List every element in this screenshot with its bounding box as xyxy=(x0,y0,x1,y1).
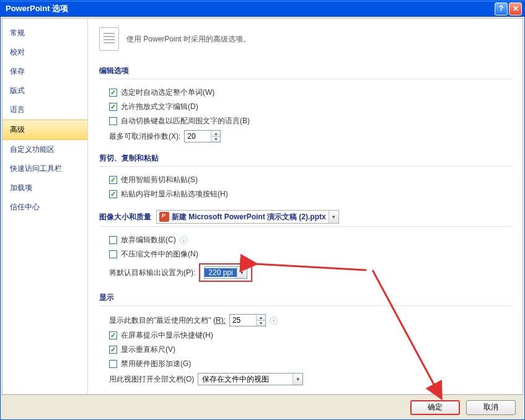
dropdown-target-file[interactable]: 新建 Microsoft PowerPoint 演示文稿 (2).pptx ▼ xyxy=(156,210,339,224)
dropdown-open-view-value: 保存在文件中的视图 xyxy=(198,374,293,385)
checkbox-disable-hw[interactable] xyxy=(109,360,117,368)
checkbox-no-compress[interactable] xyxy=(109,250,117,258)
sidebar-item-trust-center[interactable]: 信任中心 xyxy=(2,198,87,217)
section-display-title: 显示 xyxy=(99,289,511,306)
label-recent-docs: 显示此数目的"最近使用的文档" (R): xyxy=(109,315,226,326)
label-open-view: 用此视图打开全部文档(O) xyxy=(109,374,194,385)
sidebar: 常规 校对 保存 版式 语言 高级 自定义功能区 快速访问工具栏 加载项 信任中… xyxy=(2,19,88,394)
spinner-up-icon[interactable]: ▲ xyxy=(211,131,220,137)
checkbox-drag-drop[interactable] xyxy=(109,103,117,111)
section-edit-title: 编辑选项 xyxy=(99,62,511,79)
spinner-recent-docs[interactable]: ▲▼ xyxy=(229,314,266,326)
label-select-word: 选定时自动选定整个单词(W) xyxy=(121,87,214,98)
checkbox-vertical-ruler[interactable] xyxy=(109,346,117,354)
checkbox-paste-options[interactable] xyxy=(109,190,117,198)
checkbox-auto-keyboard[interactable] xyxy=(109,117,117,125)
dropdown-ppi-value: 220 ppi xyxy=(205,268,236,277)
chevron-down-icon[interactable]: ▼ xyxy=(237,267,247,278)
dropdown-open-view[interactable]: 保存在文件中的视图 ▼ xyxy=(198,373,303,385)
sidebar-item-quick-access[interactable]: 快速访问工具栏 xyxy=(2,159,87,178)
checkbox-select-word[interactable] xyxy=(109,89,117,97)
spinner-undo-count[interactable]: ▲▼ xyxy=(184,130,221,142)
options-dialog: PowerPoint 选项 ? ✕ 常规 校对 保存 版式 语言 高级 自定义功… xyxy=(0,0,525,420)
label-disable-hw: 禁用硬件图形加速(G) xyxy=(121,359,191,369)
dropdown-target-file-value: 新建 Microsoft PowerPoint 演示文稿 (2).pptx xyxy=(172,212,326,222)
label-show-shortcut: 在屏幕提示中显示快捷键(H) xyxy=(121,330,213,341)
close-button[interactable]: ✕ xyxy=(509,2,522,15)
page-header: 使用 PowerPoint 时采用的高级选项。 xyxy=(99,27,511,51)
section-image-title: 图像大小和质量 新建 Microsoft PowerPoint 演示文稿 (2)… xyxy=(99,206,511,227)
spinner-down-icon[interactable]: ▼ xyxy=(211,137,220,142)
label-no-compress: 不压缩文件中的图像(N) xyxy=(121,249,198,260)
sidebar-item-addins[interactable]: 加载项 xyxy=(2,178,87,198)
cancel-button[interactable]: 取消 xyxy=(466,400,516,415)
spinner-down-icon[interactable]: ▼ xyxy=(257,321,265,326)
sidebar-item-general[interactable]: 常规 xyxy=(2,24,87,43)
info-icon[interactable]: i xyxy=(180,236,188,244)
spinner-up-icon[interactable]: ▲ xyxy=(257,315,265,321)
powerpoint-file-icon xyxy=(159,212,169,222)
content-pane: 使用 PowerPoint 时采用的高级选项。 编辑选项 选定时自动选定整个单词… xyxy=(88,19,523,394)
label-smart-cut: 使用智能剪切和粘贴(S) xyxy=(121,175,198,185)
checkbox-smart-cut[interactable] xyxy=(109,176,117,184)
dropdown-ppi[interactable]: 220 ppi ▼ xyxy=(204,266,247,279)
highlight-ppi: 220 ppi ▼ xyxy=(199,263,252,282)
document-icon xyxy=(99,27,119,51)
sidebar-item-advanced[interactable]: 高级 xyxy=(2,120,87,140)
dialog-body: 常规 校对 保存 版式 语言 高级 自定义功能区 快速访问工具栏 加载项 信任中… xyxy=(2,18,523,395)
ok-button[interactable]: 确定 xyxy=(410,400,460,415)
label-discard-edit: 放弃编辑数据(C) xyxy=(121,235,176,245)
sidebar-item-proofing[interactable]: 校对 xyxy=(2,43,87,62)
section-slideshow-title: 幻灯片放映 xyxy=(99,392,511,394)
chevron-down-icon[interactable]: ▼ xyxy=(293,374,302,385)
sidebar-item-language[interactable]: 语言 xyxy=(2,100,87,120)
dialog-footer: 确定 取消 xyxy=(1,395,524,419)
sidebar-item-customize-ribbon[interactable]: 自定义功能区 xyxy=(2,140,87,159)
sidebar-item-layout[interactable]: 版式 xyxy=(2,81,87,100)
help-button[interactable]: ? xyxy=(495,2,508,15)
input-recent-docs[interactable] xyxy=(230,315,256,326)
label-undo-count: 最多可取消操作数(X): xyxy=(109,131,180,142)
label-drag-drop: 允许拖放式文字编辑(D) xyxy=(121,102,198,112)
label-vertical-ruler: 显示垂直标尺(V) xyxy=(121,344,175,355)
page-description: 使用 PowerPoint 时采用的高级选项。 xyxy=(126,34,250,45)
section-cutpaste-title: 剪切、复制和粘贴 xyxy=(99,149,511,167)
label-auto-keyboard: 自动切换键盘以匹配周围文字的语言(B) xyxy=(121,116,250,126)
titlebar[interactable]: PowerPoint 选项 ? ✕ xyxy=(1,1,524,17)
window-title: PowerPoint 选项 xyxy=(3,3,493,14)
info-icon[interactable]: i xyxy=(270,317,278,325)
chevron-down-icon[interactable]: ▼ xyxy=(329,211,338,223)
input-undo-count[interactable] xyxy=(185,131,211,142)
label-paste-options: 粘贴内容时显示粘贴选项按钮(H) xyxy=(121,189,228,199)
sidebar-item-save[interactable]: 保存 xyxy=(2,62,87,81)
checkbox-show-shortcut[interactable] xyxy=(109,331,117,339)
checkbox-discard-edit[interactable] xyxy=(109,236,117,244)
label-default-output: 将默认目标输出设置为(P): xyxy=(109,268,195,278)
